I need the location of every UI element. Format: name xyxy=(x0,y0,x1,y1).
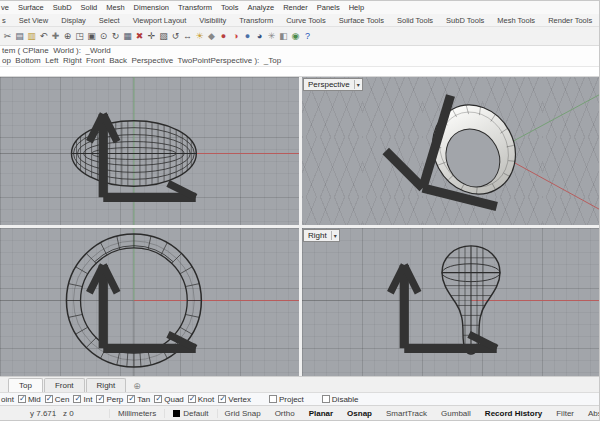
gumball-toggle[interactable]: Gumball xyxy=(434,409,478,418)
delete-icon[interactable]: ✖ xyxy=(134,28,145,45)
sphere-icon[interactable]: ● xyxy=(242,28,253,45)
menu-item-mesh[interactable]: Mesh xyxy=(106,3,124,12)
tab-display[interactable]: Display xyxy=(61,16,86,25)
zoom-extents-icon[interactable]: ▣ xyxy=(86,28,97,45)
viewport-top[interactable] xyxy=(0,77,299,225)
named-view-icon[interactable]: ◧ xyxy=(278,28,289,45)
add-viewport-icon[interactable]: ⊕ xyxy=(133,381,141,392)
menu-item-curve[interactable]: ve xyxy=(1,3,9,12)
viewport-right[interactable]: Right ▾ xyxy=(302,228,599,376)
menu-bar: ve Surface SubD Solid Mesh Dimension Tra… xyxy=(0,1,599,14)
tab-select[interactable]: Select xyxy=(99,16,120,25)
grid-snap-toggle[interactable]: Grid Snap xyxy=(218,409,268,418)
viewport-front[interactable] xyxy=(0,228,299,376)
paste-icon[interactable]: ▥ xyxy=(26,28,37,45)
osnap-mid[interactable]: Mid xyxy=(18,395,41,404)
status-bar: y 7.671 z 0 Millimeters Default Grid Sna… xyxy=(0,405,599,420)
command-prompt-input[interactable] xyxy=(0,66,599,77)
zoom-window-icon[interactable]: ◳ xyxy=(74,28,85,45)
osnap-bar: oint Mid Cen Int Perp Tan Quad Knot Vert… xyxy=(0,392,599,405)
ortho-toggle[interactable]: Ortho xyxy=(268,409,302,418)
menu-item-transform[interactable]: Transform xyxy=(178,3,212,12)
checkbox xyxy=(96,395,104,403)
tab-solid-tools[interactable]: Solid Tools xyxy=(397,16,433,25)
tab-mesh-tools[interactable]: Mesh Tools xyxy=(497,16,535,25)
tab-set-view[interactable]: Set View xyxy=(19,16,48,25)
checkbox xyxy=(218,395,226,403)
tab-subd-tools[interactable]: SubD Tools xyxy=(446,16,484,25)
lock-icon[interactable]: ◆ xyxy=(206,28,217,45)
current-layer[interactable]: Default xyxy=(165,409,217,418)
planar-toggle[interactable]: Planar xyxy=(302,409,340,418)
tab-standard[interactable]: s xyxy=(2,16,6,25)
viewport-area: Perspective ▾ xyxy=(0,77,599,376)
axis-indicator xyxy=(0,77,299,225)
axis-indicator xyxy=(0,228,299,376)
osnap-disable[interactable]: Disable xyxy=(322,395,359,404)
zoom-dynamic-icon[interactable]: ⊕ xyxy=(62,28,73,45)
cut-icon[interactable]: ✂ xyxy=(2,28,13,45)
menu-item-solid[interactable]: Solid xyxy=(81,3,98,12)
checkbox xyxy=(154,395,162,403)
rhino-window: ve Surface SubD Solid Mesh Dimension Tra… xyxy=(0,0,600,421)
render-icon[interactable]: ◑ xyxy=(230,28,241,45)
light-icon[interactable]: ☀ xyxy=(194,28,205,45)
help-icon[interactable]: ? xyxy=(302,28,313,45)
osnap-tan[interactable]: Tan xyxy=(127,395,150,404)
command-history-line: op Bottom Left Right Front Back Perspect… xyxy=(0,56,599,66)
osnap-vertex[interactable]: Vertex xyxy=(218,395,251,404)
earth-icon[interactable]: ◉ xyxy=(290,28,301,45)
smarttrack-toggle[interactable]: SmartTrack xyxy=(379,409,434,418)
shade-icon[interactable]: ● xyxy=(218,28,229,45)
move-icon[interactable]: ✛ xyxy=(146,28,157,45)
viewport-tab-front[interactable]: Front xyxy=(44,378,85,392)
record-history-toggle[interactable]: Record History xyxy=(478,409,549,418)
osnap-project[interactable]: Project xyxy=(269,395,304,404)
checkbox xyxy=(18,395,26,403)
checkbox xyxy=(45,395,53,403)
menu-item-analyze[interactable]: Analyze xyxy=(247,3,274,12)
pan-icon[interactable]: ✚ xyxy=(50,28,61,45)
osnap-perp[interactable]: Perp xyxy=(96,395,123,404)
undo-icon[interactable]: ↶ xyxy=(38,28,49,45)
menu-item-surface[interactable]: Surface xyxy=(18,3,44,12)
tab-transform[interactable]: Transform xyxy=(239,16,273,25)
menu-item-tools[interactable]: Tools xyxy=(221,3,239,12)
copy-icon[interactable]: ▤ xyxy=(14,28,25,45)
viewport-tab-right[interactable]: Right xyxy=(86,378,127,392)
tab-surface-tools[interactable]: Surface Tools xyxy=(339,16,384,25)
y-coordinate: y 7.671 xyxy=(0,409,55,418)
tab-visibility[interactable]: Visibility xyxy=(199,16,226,25)
osnap-cen[interactable]: Cen xyxy=(45,395,70,404)
rotate-view-icon[interactable]: ↻ xyxy=(110,28,121,45)
viewport-tab-bar: Top Front Right ⊕ xyxy=(0,376,599,392)
scale-icon[interactable]: ↔ xyxy=(182,28,193,45)
menu-item-subd[interactable]: SubD xyxy=(53,3,72,12)
absolute-tolerance: Absolute tolerance: 0.001 xyxy=(581,409,600,418)
osnap-toggle[interactable]: Osnap xyxy=(340,409,379,418)
material-sphere-icon[interactable]: ◕ xyxy=(254,28,265,45)
layer-panel-icon[interactable]: ▦ xyxy=(122,28,133,45)
checkbox xyxy=(127,395,135,403)
menu-item-render[interactable]: Render xyxy=(283,3,308,12)
osnap-quad[interactable]: Quad xyxy=(154,395,184,404)
analyze-icon[interactable]: ✳ xyxy=(266,28,277,45)
osnap-knot[interactable]: Knot xyxy=(188,395,214,404)
tab-viewport-layout[interactable]: Viewport Layout xyxy=(133,16,187,25)
copy-object-icon[interactable]: ▧ xyxy=(158,28,169,45)
tab-render-tools[interactable]: Render Tools xyxy=(548,16,592,25)
zoom-selected-icon[interactable]: ⊙ xyxy=(98,28,109,45)
menu-item-dimension[interactable]: Dimension xyxy=(134,3,169,12)
filter-toggle[interactable]: Filter xyxy=(549,409,581,418)
menu-item-help[interactable]: Help xyxy=(349,3,364,12)
viewport-perspective[interactable]: Perspective ▾ xyxy=(302,77,599,225)
main-toolbar: ✂ ▤ ▥ ↶ ✚ ⊕ ◳ ▣ ⊙ ↻ ▦ ✖ ✛ ▧ ↺ ↔ ☀ ◆ ● ◑ … xyxy=(0,27,599,46)
axis-indicator xyxy=(302,228,599,376)
layer-name: Default xyxy=(183,409,208,418)
tab-curve-tools[interactable]: Curve Tools xyxy=(286,16,325,25)
osnap-int[interactable]: Int xyxy=(73,395,92,404)
viewport-tab-top[interactable]: Top xyxy=(8,378,43,392)
rotate-icon[interactable]: ↺ xyxy=(170,28,181,45)
units-display[interactable]: Millimeters xyxy=(110,409,165,418)
menu-item-panels[interactable]: Panels xyxy=(317,3,340,12)
